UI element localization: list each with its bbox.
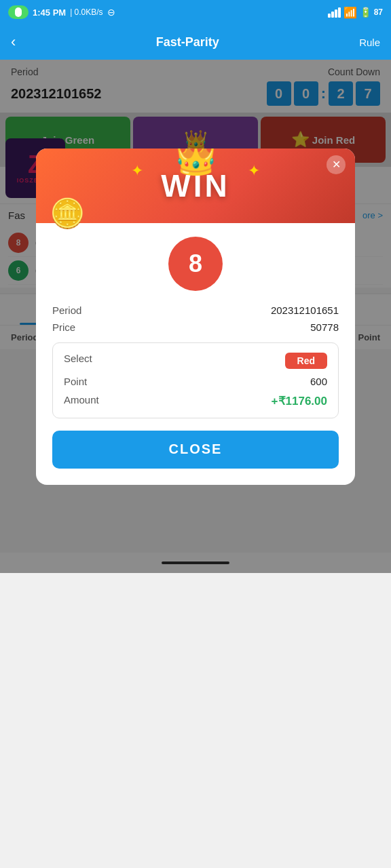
coin-icon: 🪙 xyxy=(50,197,85,230)
status-left: 1:45 PM | 0.0KB/s ⊖ xyxy=(8,5,115,19)
signal-bar-1 xyxy=(328,14,331,18)
crown-icon: 👑 xyxy=(174,149,218,178)
wifi-icon: 📶 xyxy=(343,6,357,19)
detail-price-value: 50778 xyxy=(310,321,339,333)
inner-select-row: Select Red xyxy=(64,353,327,369)
status-right: 📶 🔋 87 xyxy=(328,6,383,19)
mic-icon xyxy=(15,7,22,17)
modal-overlay: 👑 🪙 ✦ WIN ✦ ✕ 8 Period 202312101651 Pric… xyxy=(0,60,391,573)
signal-bar-2 xyxy=(331,12,334,18)
inner-amount-label: Amount xyxy=(64,394,99,408)
win-banner: 👑 🪙 ✦ WIN ✦ ✕ xyxy=(36,149,355,223)
status-speed: | 0.0KB/s xyxy=(70,7,103,17)
block-icon: ⊖ xyxy=(107,7,115,18)
inner-detail-box: Select Red Point 600 Amount +₹1176.00 xyxy=(52,342,339,418)
rule-button[interactable]: Rule xyxy=(359,37,380,48)
top-nav: ‹ Fast-Parity Rule xyxy=(0,24,391,60)
detail-period-value: 202312101651 xyxy=(271,304,339,316)
win-modal: 👑 🪙 ✦ WIN ✦ ✕ 8 Period 202312101651 Pric… xyxy=(36,149,355,485)
status-pill xyxy=(8,5,29,19)
inner-point-row: Point 600 xyxy=(64,376,327,387)
signal-bars xyxy=(328,7,341,18)
status-bar: 1:45 PM | 0.0KB/s ⊖ 📶 🔋 87 xyxy=(0,0,391,24)
main-content: Period Count Down 202312101652 0 0 : 2 7… xyxy=(0,60,391,573)
close-button[interactable]: CLOSE xyxy=(52,431,339,469)
signal-bar-4 xyxy=(338,7,341,18)
inner-select-label: Select xyxy=(64,353,92,369)
sparkle-right-icon: ✦ xyxy=(248,162,260,180)
detail-period-label: Period xyxy=(52,304,81,316)
status-time: 1:45 PM xyxy=(33,7,66,18)
battery-icon: 🔋 xyxy=(360,7,371,18)
back-button[interactable]: ‹ xyxy=(11,33,16,51)
battery-level: 87 xyxy=(374,7,383,17)
modal-body: 8 Period 202312101651 Price 50778 Select… xyxy=(36,223,355,485)
select-badge: Red xyxy=(285,353,327,369)
inner-amount-row: Amount +₹1176.00 xyxy=(64,394,327,408)
result-number-bubble: 8 xyxy=(168,237,223,291)
inner-point-value: 600 xyxy=(310,376,327,387)
modal-close-x[interactable]: ✕ xyxy=(327,155,346,174)
signal-bar-3 xyxy=(335,9,337,18)
page-title: Fast-Parity xyxy=(156,35,219,50)
inner-point-label: Point xyxy=(64,376,87,387)
detail-period-row: Period 202312101651 xyxy=(52,304,339,316)
sparkle-left-icon: ✦ xyxy=(131,162,143,180)
detail-price-label: Price xyxy=(52,321,75,333)
detail-price-row: Price 50778 xyxy=(52,321,339,333)
inner-amount-value: +₹1176.00 xyxy=(272,394,327,408)
